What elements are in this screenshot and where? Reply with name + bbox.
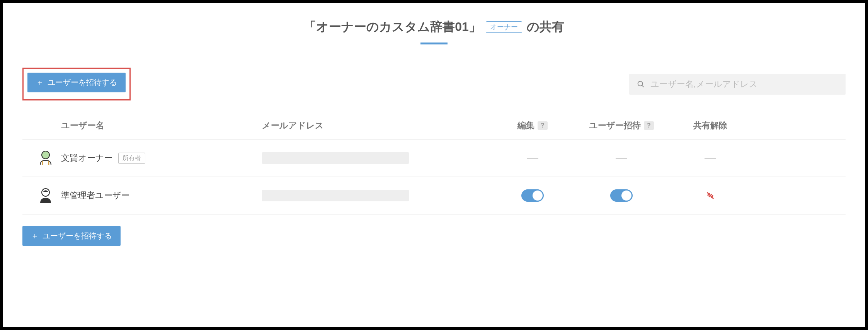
- edit-cell: —: [494, 151, 571, 165]
- avatar-cell: [22, 187, 61, 204]
- help-icon[interactable]: ?: [538, 121, 548, 130]
- page-title: 「オーナーのカスタム辞書01」 オーナー の共有: [304, 19, 564, 36]
- invite-button-label: ユーザーを招待する: [43, 231, 112, 241]
- avatar-user-icon: [37, 187, 54, 204]
- table-row: 準管理者ユーザー: [22, 177, 846, 214]
- redacted-email: [262, 152, 409, 164]
- title-prefix: 「オーナーのカスタム辞書01」: [304, 19, 481, 36]
- table-row: 文賢オーナー 所有者 — — —: [22, 139, 846, 177]
- username-text: 文賢オーナー: [61, 152, 113, 164]
- invite-user-button-top[interactable]: ＋ ユーザーを招待する: [27, 73, 126, 92]
- invite-user-button-bottom[interactable]: ＋ ユーザーを招待する: [22, 226, 121, 246]
- share-table: ユーザー名 メールアドレス 編集 ? ユーザー招待 ? 共有解除 文賢オーナー …: [22, 120, 846, 214]
- invite-cell: —: [571, 151, 672, 165]
- th-email: メールアドレス: [262, 120, 494, 131]
- unshare-cell: —: [672, 151, 749, 165]
- avatar-owner-icon: [37, 150, 54, 167]
- username-cell: 文賢オーナー 所有者: [61, 152, 262, 164]
- username-text: 準管理者ユーザー: [61, 190, 130, 201]
- help-icon[interactable]: ?: [644, 121, 654, 130]
- owner-badge: オーナー: [486, 21, 522, 33]
- dash-icon: —: [705, 151, 716, 165]
- search-field-wrap[interactable]: [629, 74, 846, 95]
- svg-line-1: [642, 85, 644, 87]
- invite-cell: [571, 189, 672, 202]
- email-cell: [262, 152, 494, 164]
- plus-icon: ＋: [31, 231, 39, 241]
- dash-icon: —: [616, 151, 627, 165]
- unshare-cell: [672, 190, 749, 201]
- unlink-icon[interactable]: [705, 190, 716, 201]
- th-invite: ユーザー招待 ?: [571, 120, 672, 131]
- owner-tag: 所有者: [118, 153, 145, 164]
- edit-toggle[interactable]: [521, 189, 544, 202]
- plus-icon: ＋: [36, 77, 44, 88]
- th-edit: 編集 ?: [494, 120, 571, 131]
- avatar-cell: [22, 150, 61, 167]
- search-icon: [637, 80, 645, 88]
- svg-point-0: [638, 81, 643, 86]
- svg-point-3: [42, 189, 49, 196]
- annotation-highlight: ＋ ユーザーを招待する: [22, 68, 131, 100]
- svg-point-2: [42, 151, 49, 159]
- invite-button-label: ユーザーを招待する: [48, 77, 117, 88]
- title-underline: [420, 43, 448, 44]
- page-header: 「オーナーのカスタム辞書01」 オーナー の共有: [22, 19, 846, 44]
- title-suffix: の共有: [527, 19, 564, 36]
- email-cell: [262, 190, 494, 201]
- username-cell: 準管理者ユーザー: [61, 190, 262, 201]
- th-username: ユーザー名: [61, 120, 262, 131]
- dash-icon: —: [527, 151, 538, 165]
- edit-cell: [494, 189, 571, 202]
- search-input[interactable]: [650, 79, 838, 89]
- invite-toggle[interactable]: [610, 189, 633, 202]
- bottom-toolbar: ＋ ユーザーを招待する: [22, 226, 846, 246]
- th-unshare: 共有解除: [672, 120, 749, 131]
- table-header-row: ユーザー名 メールアドレス 編集 ? ユーザー招待 ? 共有解除: [22, 120, 846, 139]
- toolbar: ＋ ユーザーを招待する: [22, 68, 846, 100]
- redacted-email: [262, 190, 409, 201]
